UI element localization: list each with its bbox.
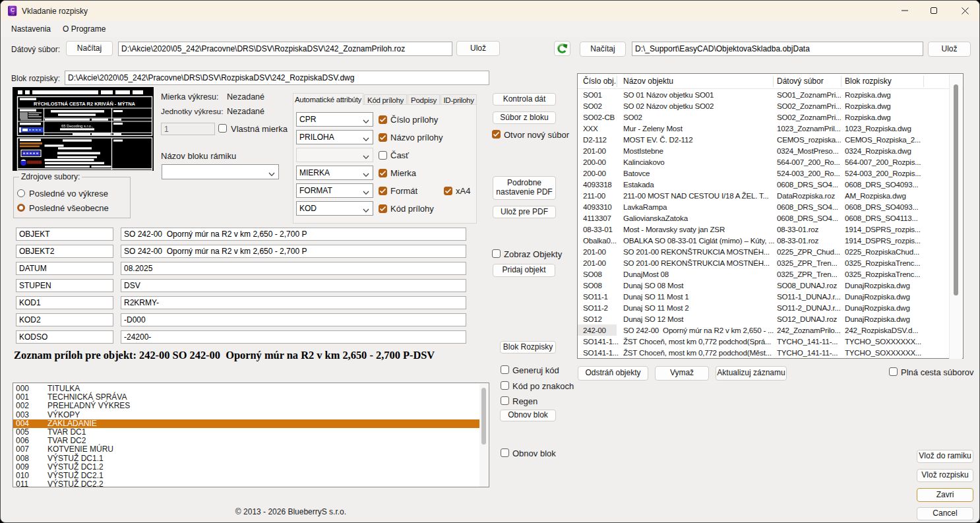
list-item[interactable]: 004 ZAKLADANIE xyxy=(13,419,479,428)
maximize-button[interactable] xyxy=(919,1,948,20)
save-data-file-button[interactable]: Ulož xyxy=(456,41,500,56)
xa4-checkbox[interactable] xyxy=(444,187,452,195)
table-row[interactable]: 242-00 SO 242-00 Oporný múr na R2 v km 2… xyxy=(578,324,948,336)
podrobne-pdf-button[interactable]: Podrobne nastavenie PDF xyxy=(493,176,556,200)
field-name-input[interactable]: KODSO xyxy=(16,330,113,344)
attr-checkbox[interactable] xyxy=(379,204,387,213)
objects-path-input[interactable]: D:\_Support\EasyCAD\ObjektovaSkladba.obj… xyxy=(632,42,923,56)
scrollbar-thumb[interactable] xyxy=(954,84,958,295)
table-row[interactable]: SO02 SO 02 Názov objetku SO02 SO02_Zozna… xyxy=(578,100,948,111)
col-nazov-objektu[interactable]: Názov objektu xyxy=(623,74,673,89)
field-value-input[interactable]: SO 242-00 Oporný múr na R2 v km 2,650 - … xyxy=(121,245,466,258)
table-row[interactable]: 201-00 SO 201-00 REKONŠTRUKCIA MOSTNÉH..… xyxy=(578,246,948,257)
table-row[interactable]: SO08 DunajMost 08 0325_ZPR_Tren... 0325_… xyxy=(578,268,948,280)
attr-checkbox[interactable] xyxy=(379,115,387,124)
vloz-do-ramiku-button[interactable]: Vlož do ramiku xyxy=(917,450,973,463)
tab-kod-prilohy[interactable]: Kód prílohy xyxy=(364,94,407,105)
load-objects-button[interactable]: Načítaj xyxy=(580,42,626,57)
attachments-listbox[interactable]: 000 TITULKA 001 TECHNICKÁ SPRÁVA 002 PRE… xyxy=(13,383,489,487)
table-row[interactable]: 200-00 Batovce 524-003_200_Ro... 524-003… xyxy=(578,168,948,179)
kod-po-znakoch-checkbox[interactable] xyxy=(501,381,509,390)
table-row[interactable]: SO141-1... ŽST Choceň, most km 0,772 pod… xyxy=(578,347,948,358)
scrollbar-thumb[interactable] xyxy=(481,388,486,445)
list-item[interactable]: 002 PREHĽADNÝ VÝKRES xyxy=(13,402,479,410)
vymaz-button[interactable]: Vymaž xyxy=(655,366,709,381)
table-row[interactable]: Obalka0... OBALKA SO 08-33-01 Ciglát (mi… xyxy=(578,235,948,246)
list-item[interactable]: 011 VÝSTUŽ DC2.2 xyxy=(13,480,479,487)
vloz-rozpisku-button[interactable]: Vlož rozpisku xyxy=(917,469,973,482)
attr-combo[interactable]: PRILOHA xyxy=(296,130,373,144)
field-value-input[interactable]: DSV xyxy=(121,279,466,292)
field-name-input[interactable]: OBJEKT2 xyxy=(16,245,113,258)
field-value-input[interactable]: SO 242-00 Oporný múr na R2 v km 2,650 - … xyxy=(121,228,466,241)
table-row[interactable]: SO141-1... ŽST Choceň, most km 0,772 pod… xyxy=(578,336,948,347)
table-row[interactable]: SO11-1 Dunaj SO 11 Most 1 SO11-1_DUNAJ.r… xyxy=(578,291,948,302)
field-name-input[interactable]: OBJEKT xyxy=(16,228,113,241)
subor-z-bloku-button[interactable]: Súbor z bloku xyxy=(493,111,556,124)
obnov-blok-checkbox[interactable] xyxy=(501,448,509,457)
table-row[interactable]: 201-00 MostIstebne 0324_MostPreso... 032… xyxy=(578,145,948,156)
field-name-input[interactable]: KOD2 xyxy=(16,313,113,326)
radio-posledne-vo-vykrese[interactable] xyxy=(17,189,25,197)
col-datovy-subor[interactable]: Dátový súbor xyxy=(777,74,824,89)
field-name-input[interactable]: STUPEN xyxy=(16,279,113,292)
obnov-blok-button[interactable]: Obnov blok xyxy=(500,410,556,421)
list-item[interactable]: 007 KOTVENIE MÚRU xyxy=(13,445,479,454)
attr-combo[interactable]: KOD xyxy=(296,201,373,216)
menu-o-programe[interactable]: O Programe xyxy=(63,23,106,35)
list-item[interactable]: 008 VÝSTUŽ DC1.1 xyxy=(13,454,479,463)
ramik-combo[interactable] xyxy=(162,164,279,179)
list-item[interactable]: 003 VÝKOPY xyxy=(13,411,479,419)
field-value-input[interactable]: -24200- xyxy=(121,330,466,344)
table-row[interactable]: 200-00 Kalinciakovo 564-007_200_Ro... 56… xyxy=(578,156,948,168)
table-row[interactable]: SO02-CB SO02 SO02_ZoznamPri... Rozpiska.… xyxy=(578,111,948,123)
col-cislo-obj[interactable]: Číslo obj. xyxy=(583,74,616,89)
scale-value-input[interactable]: 1 xyxy=(161,123,215,135)
table-row[interactable]: 211-00 211-00 MOST NAD CESTOU I/18 A ŽEL… xyxy=(578,190,948,201)
field-name-input[interactable]: KOD1 xyxy=(16,296,113,309)
pridaj-objekt-button[interactable]: Pridaj objekt xyxy=(493,264,555,277)
field-name-input[interactable]: DATUM xyxy=(16,262,113,275)
odstran-objekty-button[interactable]: Odstráň objekty xyxy=(578,366,648,381)
tab-id-prilohy[interactable]: ID-prilohy xyxy=(441,94,477,105)
menu-nastavenia[interactable]: Nastavenia xyxy=(11,23,51,35)
block-file-path-input[interactable]: D:\Akcie\2020\05_242\Pracovne\DRS\DSV\Ro… xyxy=(65,71,489,85)
attr-checkbox[interactable] xyxy=(379,169,387,177)
uloz-pre-pdf-button[interactable]: Ulož pre PDF xyxy=(493,206,556,218)
table-row[interactable]: SO11-2 Dunaj SO 11 Most 2 SO11-2_DUNAJ.r… xyxy=(578,302,948,313)
plna-cesta-checkbox[interactable] xyxy=(889,367,898,376)
attr-checkbox[interactable] xyxy=(379,133,387,142)
attr-combo[interactable]: CPR xyxy=(296,112,373,127)
table-row[interactable]: SO12 Dunaj SO 12 Most SO12_DUNAJ.roz Dun… xyxy=(578,313,948,324)
radio-posledne-vseobecne[interactable] xyxy=(17,204,25,212)
col-blok-rozpisky[interactable]: Blok rozpisky xyxy=(845,74,892,89)
data-file-path-input[interactable]: D:\Akcie\2020\05_242\Pracovne\DRS\DSV\Ro… xyxy=(118,42,452,56)
table-row[interactable]: D2-112 MOST EV. Č. D2-112 CEMOS_rozpiska… xyxy=(578,134,948,145)
objects-table[interactable]: Číslo obj. Názov objektu Dátový súbor Bl… xyxy=(577,73,964,359)
zavri-button[interactable]: Zavri xyxy=(917,488,973,502)
table-row[interactable]: SO01 SO 01 Názov objetku SO01 SO01_Zozna… xyxy=(578,89,948,100)
table-row[interactable]: 201-00 SO 201-00 REKONŠTRUKCIA MOSTNÉH..… xyxy=(578,257,948,268)
zobraz-objekty-checkbox[interactable] xyxy=(492,249,501,258)
attr-combo[interactable]: MIERKA xyxy=(296,166,373,180)
attr-combo[interactable] xyxy=(296,148,373,162)
regen-checkbox[interactable] xyxy=(501,396,509,405)
field-value-input[interactable]: 08.2025 xyxy=(121,262,466,275)
table-row[interactable]: 08-33-01 Most - Moravsky svaty jan ZSR 0… xyxy=(578,224,948,235)
table-row[interactable]: 4093310 LavkaRampa 0608_DRS_SO4... 0608_… xyxy=(578,201,948,212)
tab-automaticke-attributy[interactable]: Automatické attribúty xyxy=(293,93,363,105)
cancel-button[interactable]: Cancel xyxy=(917,507,973,520)
kontrola-dat-button[interactable]: Kontrola dát xyxy=(493,93,556,106)
generuj-kod-checkbox[interactable] xyxy=(501,365,509,374)
save-objects-button[interactable]: Ulož xyxy=(928,42,971,57)
close-button[interactable] xyxy=(950,1,979,20)
attr-checkbox[interactable] xyxy=(379,187,387,195)
table-row[interactable]: 4093318 Estakada 0608_DRS_SO4... 0608_DR… xyxy=(578,179,948,190)
blok-rozpisky-button[interactable]: Blok Rozpisky xyxy=(500,341,556,354)
refresh-button[interactable] xyxy=(554,41,570,56)
attr-combo[interactable]: FORMAT xyxy=(296,183,373,198)
table-row[interactable]: XXX Mur - Zeleny Most 1023_ZoznamPril...… xyxy=(578,123,948,134)
listbox-scrollbar[interactable] xyxy=(479,384,488,487)
tab-podpisy[interactable]: Podpisy xyxy=(408,94,440,105)
vlastna-mierka-checkbox[interactable] xyxy=(218,124,227,133)
